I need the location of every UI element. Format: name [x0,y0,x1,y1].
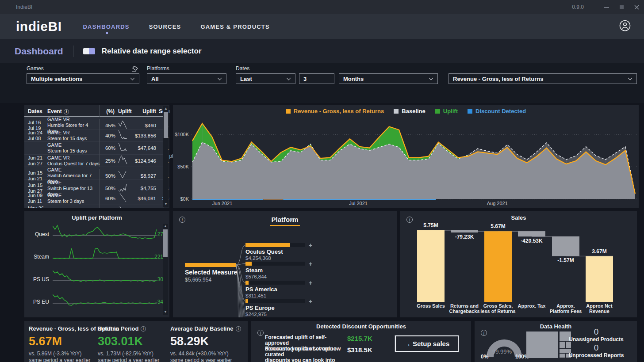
uplift-per-platform-panel: Uplift per Platform Quest27KSteam221KPS … [24,211,169,317]
waterfall-bar[interactable] [451,230,478,232]
table-row[interactable]: Jun 15Jun 27GAMESwitch Europe for 13 day… [24,180,164,193]
dates-mode-dropdown[interactable]: Last [236,73,295,84]
chevron-down-icon [287,76,291,80]
decomp-node-ps-america[interactable]: +PS America$311,451 [245,281,316,298]
table-row[interactable]: Jul 16Jul 19GAME VRHumble Store for 4 da… [24,117,164,130]
svg-text:Approx.Platform Fees: Approx.Platform Fees [550,303,582,314]
dates-unit-dropdown[interactable]: Months [339,73,438,84]
y-axis-tick: $0K [174,196,189,202]
svg-text:Gross Sales,less of Returns: Gross Sales,less of Returns [480,303,515,314]
minimize-icon[interactable] [599,0,614,14]
table-row[interactable]: GAMESteam for 15 days60%$47,6485.1 [24,142,164,155]
table-row[interactable]: Jun 24Jul 08GAME VRSteam for 15 days40%$… [24,130,164,142]
games-dropdown[interactable]: Multiple selections [27,73,139,84]
table-row[interactable]: Jun 15Jun 21GAMESwitch America for 7 day… [24,167,164,180]
nav-item-sources[interactable]: SOURCES [149,23,181,30]
decomp-node-label: PS Europe [245,305,316,311]
decomp-node-oculus-quest[interactable]: +Oculus Quest$4,254,368 [245,243,316,261]
decomp-bar-track [245,299,305,303]
event-uplift-sparkline [118,192,131,205]
page-title[interactable]: Dashboard [15,46,63,57]
legend-item-discount-detected[interactable]: Discount Detected [468,108,526,114]
nav-item-games-products[interactable]: GAMES & PRODUCTS [200,23,269,30]
platform-sparkline [53,247,157,269]
decomp-root-node[interactable]: Selected Measure $5,665,954 [185,263,236,283]
setup-sales-button[interactable]: → Setup sales [395,335,459,352]
event-uplift-amount: $460 [131,123,159,128]
discount-events-table: Dates Event i (%) Uplift Uplift Score Ju… [24,105,169,208]
decomp-bar-track [245,281,305,285]
info-icon[interactable]: i [64,109,69,114]
expand-plus-icon[interactable]: + [309,242,312,249]
legend-label: Baseline [402,108,425,114]
legend-item-revenue-gross-less-of-returns[interactable]: Revenue - Gross, less of Returns [286,108,384,114]
gauge-min-label: 0% [481,354,488,360]
legend-item-uplift[interactable]: Uplift [435,108,458,114]
date-range-toggle-icon[interactable] [83,48,95,54]
decomp-node-ps-europe[interactable]: +PS Europe$242,975 [245,299,316,317]
revenue-chart-panel: Revenue - Gross, less of ReturnsBaseline… [173,105,639,208]
event-uplift-amount: $4,755 [131,186,159,191]
table-scrollbar[interactable]: ▲ ▼ [163,106,169,207]
legend-label: Uplift [443,108,458,114]
platform-sparkline [53,292,157,314]
svg-text:Returns andChargebacks: Returns andChargebacks [449,303,479,314]
event-discount-pct: 50% [100,169,118,182]
legend-item-baseline[interactable]: Baseline [394,108,425,114]
info-icon[interactable]: i [141,326,146,332]
y-axis-tick: $100K [174,132,189,137]
decomp-node-value: $242,975 [245,312,316,317]
games-dropdown-value: Multiple selections [31,76,127,82]
info-icon[interactable]: i [257,330,264,336]
sales-waterfall-chart: 5.75MGross Sales-79.23KReturns andCharge… [400,211,637,317]
decomp-node-value: $576,844 [245,274,316,279]
measure-dropdown[interactable]: Revenue - Gross, less of Returns [448,73,637,84]
waterfall-bar[interactable] [552,236,579,256]
event-uplift-amount: $47,648 [131,145,159,151]
filter-bar: Games Multiple selections Platforms All … [0,63,644,103]
treemap-cell [560,342,565,348]
col-uplift-amount: Uplift [131,108,159,114]
table-row[interactable]: Jun 09Jun 11GAMESteam for 3 days60%$46,0… [24,192,164,205]
maximize-icon[interactable] [614,0,629,14]
event-uplift-sparkline [118,130,131,142]
event-description: GAMESteam for 15 days [47,142,100,154]
legend-label: Discount Detected [475,108,526,114]
event-dates: Jun 09Jun 11 [28,193,47,204]
svg-text:-420.53K: -420.53K [521,238,543,244]
waterfall-bar[interactable] [586,256,613,302]
sales-waterfall-panel: Sales i 5.75MGross Sales-79.23KReturns a… [400,211,637,317]
close-icon[interactable] [629,0,644,14]
waterfall-bar[interactable] [484,231,512,302]
waterfall-bar[interactable] [417,230,445,302]
expand-plus-icon[interactable]: + [309,279,312,286]
waterfall-bar[interactable] [518,231,545,236]
chevron-down-icon [429,76,433,80]
table-row[interactable]: May 26 GAME VR59%$19,2711.8 [24,205,164,208]
expand-plus-icon[interactable]: + [309,298,312,305]
svg-text:5.75M: 5.75M [423,222,438,229]
decomp-header: Platform [173,216,397,226]
kpi-title: Average Daily Baseline [170,325,234,332]
svg-text:5.67M: 5.67M [491,223,505,229]
account-icon[interactable] [619,20,631,33]
uplift-scrollbar[interactable]: ▲ ▼ [163,224,168,315]
platforms-dropdown[interactable]: All [147,73,226,84]
close-icon[interactable]: ✕ [289,217,294,224]
info-icon[interactable]: i [236,326,241,332]
event-uplift-amount: $8,927 [131,173,159,179]
expand-plus-icon[interactable]: + [309,260,312,267]
dates-count-input[interactable]: 3 [299,73,334,84]
platform-decomposition-panel: i Platform ✕ Selected Measure $5,665,954… [173,211,397,317]
decomp-bar-fill [245,243,290,247]
nav-item-dashboards[interactable]: DASHBOARDS [83,23,130,30]
eraser-icon[interactable] [132,65,138,73]
decomp-header-label[interactable]: Platform [270,216,300,226]
treemap-cell [526,332,558,358]
uplift-platform-row: Steam221K [28,246,161,268]
decomp-root-value: $5,665,954 [185,277,236,283]
app-logo[interactable]: indieBI [16,19,62,34]
table-row[interactable]: Jun 21Jun 27GAME VROculus Quest for 7 da… [24,155,164,168]
svg-text:Approx NetRevenue: Approx NetRevenue [586,303,613,314]
decomp-node-steam[interactable]: +Steam$576,844 [245,262,316,279]
